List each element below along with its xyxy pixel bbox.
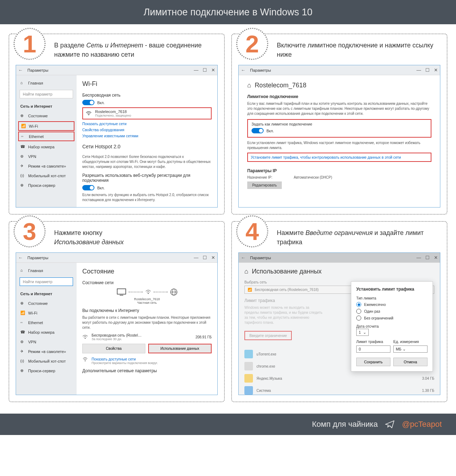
hotspot-toggle[interactable]: Вкл.: [82, 185, 212, 190]
nav-ethernet[interactable]: ⎓Ethernet: [16, 318, 77, 327]
maximize-icon[interactable]: ☐: [203, 255, 207, 260]
modal-title: Установить лимит трафика: [356, 287, 428, 292]
panel-title: ⌂ Использование данных: [244, 268, 434, 275]
metered-toggle[interactable]: Вкл.: [252, 128, 427, 133]
back-icon[interactable]: ←: [241, 67, 247, 73]
set-limit-link[interactable]: Установите лимит трафика, чтобы контроли…: [251, 155, 401, 159]
nav-airplane[interactable]: ✈Режим «в самолете»: [16, 347, 77, 356]
nav-ethernet-highlighted[interactable]: ⎓Ethernet: [18, 132, 74, 141]
wifi-signal-icon: [86, 111, 92, 116]
show-available-link[interactable]: Показать доступные сети: [82, 122, 212, 126]
limit-input[interactable]: 0: [356, 346, 390, 353]
steps-grid: 1 В разделе Сеть и Интернет - ваше соеди…: [0, 24, 456, 414]
hw-props-link[interactable]: Свойства оборудования: [82, 128, 212, 132]
enter-limit-button-highlighted[interactable]: Введите ограничение: [244, 331, 292, 340]
radio-once[interactable]: Один раз: [356, 309, 428, 314]
home-icon: ⌂: [20, 81, 25, 85]
wifi-icon: [82, 357, 88, 363]
ethernet-icon: ⎓: [21, 134, 26, 139]
minimize-icon[interactable]: —: [416, 255, 421, 260]
window-title: Параметры: [27, 68, 48, 72]
search-input[interactable]: Найти параметр: [20, 277, 73, 286]
step-number-circle: 2: [236, 28, 268, 60]
nav-hotspot[interactable]: (ı)Мобильный хот-спот: [16, 356, 77, 366]
properties-button[interactable]: Свойства: [82, 344, 145, 353]
save-button[interactable]: Сохранить: [356, 358, 390, 366]
radio-icon: [356, 302, 361, 307]
nav-proxy[interactable]: ⊕Прокси-сервер: [16, 180, 77, 190]
nav-status[interactable]: ⊕Состояние: [16, 298, 77, 308]
sidebar-home[interactable]: ⌂Главная: [16, 266, 77, 275]
back-icon[interactable]: ←: [18, 67, 24, 73]
window-title: Параметры: [250, 256, 271, 260]
nav-wifi-highlighted[interactable]: 📶Wi-Fi: [18, 121, 74, 131]
section-header: Сеть и Интернет: [16, 101, 77, 111]
close-icon[interactable]: ✕: [434, 255, 438, 260]
search-input[interactable]: Найти параметр: [20, 90, 73, 98]
maximize-icon[interactable]: ☐: [425, 67, 430, 73]
nav-wifi[interactable]: 📶Wi-Fi: [16, 308, 77, 318]
hotspot-icon: (ı): [20, 173, 25, 178]
telegram-icon: [384, 419, 395, 430]
step-3: 3 Нажмите кнопку Использование данных ← …: [9, 221, 225, 402]
wifi-icon: 📶: [20, 311, 25, 315]
step-1: 1 В разделе Сеть и Интернет - ваше соеди…: [9, 34, 225, 215]
manage-networks-link[interactable]: Управление известными сетями: [82, 134, 212, 138]
svg-rect-1: [117, 289, 126, 294]
nav-hotspot[interactable]: (ı)Мобильный хот-спот: [16, 171, 77, 180]
close-icon[interactable]: ✕: [211, 67, 215, 73]
radio-icon: [356, 309, 361, 314]
footer-text: Комп для чайника: [312, 420, 378, 429]
step-4: 4 Нажмите Введите ограничения и задайте …: [231, 221, 447, 402]
minimize-icon[interactable]: —: [194, 255, 198, 260]
radio-monthly[interactable]: Ежемесячно: [356, 302, 428, 307]
wifi-toggle[interactable]: Вкл.: [82, 100, 212, 105]
window-title: Параметры: [250, 68, 271, 72]
nav-airplane[interactable]: ✈Режим «в самолете»: [16, 161, 77, 171]
radio-icon: [356, 316, 361, 321]
nav-proxy[interactable]: ⊕Прокси-сервер: [16, 366, 77, 375]
svg-point-8: [85, 360, 86, 361]
minimize-icon[interactable]: —: [194, 67, 198, 73]
close-icon[interactable]: ✕: [211, 255, 215, 260]
nav-dialup[interactable]: ☎Набор номера: [16, 142, 77, 152]
edit-button[interactable]: Редактировать: [247, 181, 282, 189]
globe-icon: [170, 288, 178, 296]
toggle-switch-icon: [82, 185, 94, 190]
wifi-icon: 📶: [248, 288, 252, 292]
footer-handle[interactable]: @pcTeapot: [402, 420, 442, 429]
panel-title: Состояние: [82, 268, 212, 275]
back-icon[interactable]: ←: [18, 255, 24, 260]
sidebar-home[interactable]: ⌂Главная: [16, 78, 77, 88]
nav-status[interactable]: ⊕Состояние: [16, 111, 77, 121]
maximize-icon[interactable]: ☐: [203, 67, 207, 73]
nav-dialup[interactable]: ☎Набор номера: [16, 327, 77, 337]
panel-title: Wi-Fi: [82, 80, 212, 88]
ethernet-icon: ⎓: [20, 320, 25, 325]
step-number-circle: 4: [236, 215, 268, 247]
svg-point-0: [88, 114, 89, 115]
step-2: 2 Включите лимитное подклю­чение и нажми…: [231, 34, 447, 215]
unit-select[interactable]: МБ ⌄: [393, 346, 428, 353]
maximize-icon[interactable]: ☐: [425, 255, 430, 260]
app-icon: [244, 386, 253, 395]
back-icon[interactable]: ←: [241, 255, 247, 260]
cancel-button[interactable]: Отмена: [393, 358, 428, 366]
data-usage-button-highlighted[interactable]: Использование данных: [148, 344, 212, 353]
status-icon: ⊕: [20, 113, 25, 118]
show-available-link[interactable]: Показать доступные сети: [92, 357, 158, 361]
minimize-icon[interactable]: —: [416, 67, 421, 73]
vpn-icon: ⊛: [20, 339, 25, 344]
network-entry-highlighted[interactable]: Rostelecom_7618Подключено, защищено: [82, 107, 212, 119]
metered-toggle-highlighted: Задать как лимитное подключение Вкл.: [247, 119, 431, 138]
nav-vpn[interactable]: ⊛VPN: [16, 152, 77, 161]
settings-sidebar: ⌂Главная Найти параметр Сеть и Интернет …: [16, 263, 77, 395]
window-title: Параметры: [27, 256, 48, 260]
home-icon: ⌂: [20, 268, 25, 273]
date-select[interactable]: 1 ⌄: [356, 329, 369, 336]
step-instruction: Включите лимитное подклю­чение и нажмите…: [277, 39, 440, 59]
radio-unlimited[interactable]: Без ограничений: [356, 316, 428, 321]
nav-vpn[interactable]: ⊛VPN: [16, 337, 77, 347]
phone-icon: ☎: [20, 144, 25, 149]
close-icon[interactable]: ✕: [434, 67, 438, 73]
